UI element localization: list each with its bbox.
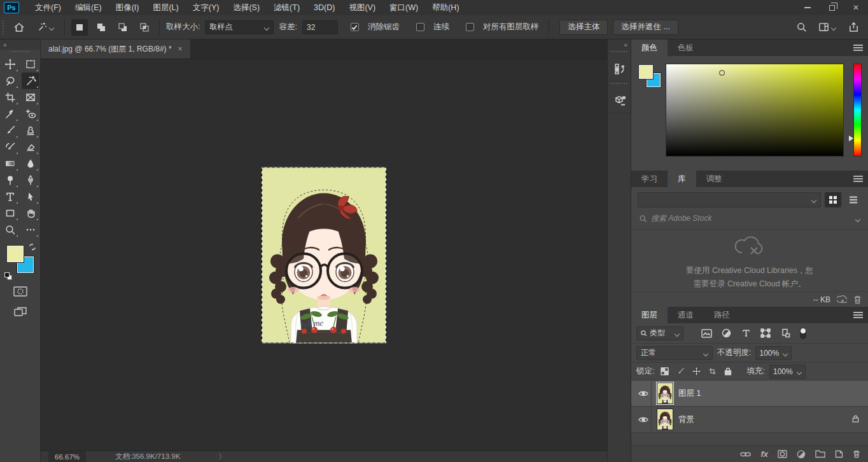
blur-tool[interactable] xyxy=(22,155,39,172)
new-selection-button[interactable] xyxy=(71,19,88,36)
menu-window[interactable]: 窗口(W) xyxy=(382,0,425,15)
toolbar-collapse-button[interactable]: « xyxy=(0,39,40,50)
delete-icon[interactable] xyxy=(853,295,862,304)
delete-layer-icon[interactable] xyxy=(853,450,860,458)
tool-preset-button[interactable] xyxy=(32,19,58,36)
zoom-tool[interactable] xyxy=(1,221,19,238)
close-button[interactable]: ✕ xyxy=(844,0,868,15)
menu-type[interactable]: 文字(Y) xyxy=(186,0,227,15)
document-image[interactable]: tell me xyxy=(262,167,386,343)
tab-swatches[interactable]: 色板 xyxy=(668,39,704,56)
menu-view[interactable]: 视图(V) xyxy=(342,0,382,15)
panel-menu-icon[interactable] xyxy=(853,312,863,318)
add-layer-mask-icon[interactable] xyxy=(778,450,787,458)
status-options-chevron[interactable]: 〉 xyxy=(218,452,226,461)
fill-select[interactable]: 100% xyxy=(769,365,806,379)
edit-toolbar-button[interactable] xyxy=(22,221,39,238)
minimize-button[interactable] xyxy=(795,0,820,15)
menu-filter[interactable]: 滤镜(T) xyxy=(267,0,307,15)
tab-learn[interactable]: 学习 xyxy=(631,171,668,187)
library-select[interactable] xyxy=(638,192,821,207)
restore-button[interactable] xyxy=(820,0,844,15)
new-group-icon[interactable] xyxy=(815,450,825,458)
select-and-mask-button[interactable]: 选择并遮住 ... xyxy=(613,20,678,35)
rectangular-marquee-tool[interactable] xyxy=(22,56,39,73)
menu-edit[interactable]: 编辑(E) xyxy=(68,0,109,15)
healing-brush-tool[interactable] xyxy=(22,106,39,122)
document-tab[interactable]: alal.jpg @ 66.7% (图层 1, RGB/8#) * × xyxy=(41,39,191,59)
layer-name[interactable]: 图层 1 xyxy=(678,388,701,399)
dodge-tool[interactable] xyxy=(1,172,19,188)
select-subject-button[interactable]: 选择主体 xyxy=(559,20,608,35)
saturation-brightness-field[interactable] xyxy=(666,64,844,157)
panel-menu-icon[interactable] xyxy=(853,45,863,51)
foreground-color-swatch[interactable] xyxy=(639,65,653,79)
search-button[interactable] xyxy=(793,19,809,36)
type-tool[interactable] xyxy=(1,188,19,205)
filter-pixel-layers-button[interactable] xyxy=(699,326,714,340)
menu-image[interactable]: 图像(I) xyxy=(109,0,146,15)
hand-tool[interactable] xyxy=(22,205,39,221)
new-layer-icon[interactable] xyxy=(835,450,843,458)
menu-layer[interactable]: 图层(L) xyxy=(146,0,185,15)
filter-shape-layers-button[interactable] xyxy=(758,326,773,340)
lasso-tool[interactable] xyxy=(1,73,19,89)
clone-stamp-tool[interactable] xyxy=(22,122,39,139)
rectangle-tool[interactable] xyxy=(1,205,19,221)
tab-close-icon[interactable]: × xyxy=(178,45,183,53)
history-panel-button[interactable] xyxy=(608,56,632,81)
adjustment-layer-icon[interactable] xyxy=(797,450,806,459)
dock-collapse-button[interactable]: « xyxy=(608,39,631,50)
swap-colors-icon[interactable] xyxy=(29,243,36,251)
menu-3d[interactable]: 3D(D) xyxy=(307,0,342,15)
sample-all-layers-checkbox[interactable] xyxy=(466,23,474,31)
anti-alias-checkbox[interactable] xyxy=(351,23,359,31)
layer-row-background[interactable]: 背景 xyxy=(631,407,868,433)
layer-name[interactable]: 背景 xyxy=(678,414,694,425)
visibility-toggle[interactable] xyxy=(635,381,652,406)
filter-smart-objects-button[interactable] xyxy=(778,326,793,340)
panel-menu-icon[interactable] xyxy=(853,176,863,182)
crop-tool[interactable] xyxy=(1,89,19,106)
tab-paths[interactable]: 路径 xyxy=(704,307,740,323)
foreground-color-swatch[interactable] xyxy=(7,246,24,262)
eraser-tool[interactable] xyxy=(22,139,39,155)
filter-type-layers-button[interactable] xyxy=(738,326,753,340)
magic-wand-tool[interactable] xyxy=(22,73,39,89)
link-layers-icon[interactable] xyxy=(740,451,751,458)
brush-tool[interactable] xyxy=(1,122,19,139)
default-colors-icon[interactable] xyxy=(4,272,12,280)
color-field-cursor[interactable] xyxy=(719,70,725,76)
tab-color[interactable]: 颜色 xyxy=(631,39,668,56)
menu-select[interactable]: 选择(S) xyxy=(226,0,267,15)
hue-slider[interactable] xyxy=(853,64,862,157)
zoom-level-field[interactable]: 66.67% xyxy=(48,451,86,462)
grid-view-button[interactable] xyxy=(825,192,841,207)
history-brush-tool[interactable] xyxy=(1,139,19,155)
contiguous-checkbox[interactable] xyxy=(416,23,424,31)
layer-effects-icon[interactable]: fx xyxy=(760,449,768,459)
lock-all-button[interactable] xyxy=(722,366,734,377)
layer-row-layer1[interactable]: 图层 1 xyxy=(631,381,868,407)
tab-libraries[interactable]: 库 xyxy=(668,171,696,187)
path-selection-tool[interactable] xyxy=(22,188,39,205)
cc-sync-icon[interactable] xyxy=(837,295,847,304)
adobe-stock-search[interactable]: 搜索 Adobe Stock xyxy=(631,210,868,230)
list-view-button[interactable] xyxy=(845,192,862,207)
lock-artboard-button[interactable] xyxy=(706,366,718,377)
menu-help[interactable]: 帮助(H) xyxy=(425,0,466,15)
properties-panel-button[interactable] xyxy=(608,88,632,113)
layer-thumbnail[interactable] xyxy=(657,382,673,404)
layer-filter-toggle[interactable] xyxy=(800,328,806,339)
screen-mode-button[interactable] xyxy=(11,304,29,319)
home-button[interactable] xyxy=(11,19,27,36)
tolerance-input[interactable] xyxy=(302,20,338,34)
opacity-select[interactable]: 100% xyxy=(755,346,792,360)
pen-tool[interactable] xyxy=(22,172,39,188)
workspace-switcher-button[interactable] xyxy=(815,19,840,36)
filter-adjustment-layers-button[interactable] xyxy=(718,326,734,340)
blend-mode-select[interactable]: 正常 xyxy=(636,346,713,360)
frame-tool[interactable] xyxy=(22,89,39,106)
layer-filter-type-select[interactable]: 类型 xyxy=(636,326,683,340)
quick-mask-button[interactable] xyxy=(11,284,29,299)
